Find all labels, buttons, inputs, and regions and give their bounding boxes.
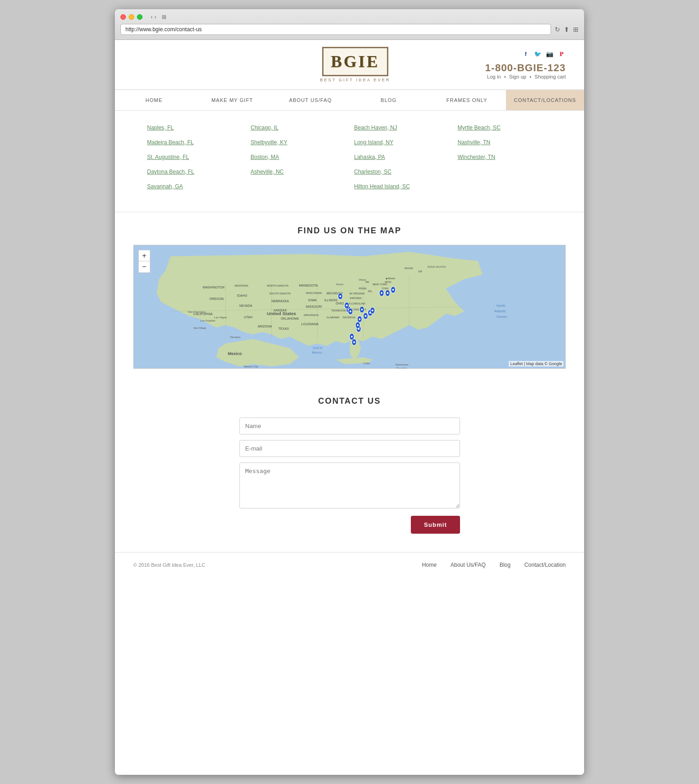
svg-text:VIRGINIA: VIRGINIA (350, 297, 362, 299)
map-title: FIND US ON THE MAP (133, 226, 566, 236)
submit-button[interactable]: Submit (411, 516, 460, 534)
svg-text:United States: United States (267, 311, 296, 316)
location-boston[interactable]: Boston, MA (250, 154, 345, 160)
svg-point-76 (364, 315, 366, 317)
location-madeira[interactable]: Madeira Beach, FL (147, 139, 241, 146)
svg-text:Mexico: Mexico (312, 351, 322, 354)
svg-text:TEXAS: TEXAS (278, 327, 289, 330)
svg-text:ARIZONA: ARIZONA (258, 325, 272, 328)
svg-text:Toronto: Toronto (336, 283, 344, 286)
form-container: Submit (239, 417, 460, 534)
svg-text:MD: MD (365, 281, 369, 283)
instagram-icon[interactable]: 📷 (546, 50, 554, 58)
svg-point-78 (371, 310, 373, 311)
svg-text:IDAHO: IDAHO (237, 294, 248, 297)
zoom-in-button[interactable]: + (139, 250, 150, 261)
message-input[interactable] (239, 463, 460, 508)
location-longisland[interactable]: Long Island, NY (354, 139, 449, 146)
nav-frames[interactable]: FRAMES ONLY (428, 90, 506, 110)
location-naples[interactable]: Naples, FL (147, 124, 241, 131)
location-charleston[interactable]: Charleston, SC (354, 169, 449, 175)
nav-contact[interactable]: CONTACT/LOCATIONS (506, 90, 584, 110)
svg-text:NEVADA: NEVADA (239, 304, 253, 307)
svg-point-66 (340, 295, 341, 297)
facebook-icon[interactable]: f (522, 50, 530, 58)
svg-text:SOUTH DAKOTA: SOUTH DAKOTA (269, 292, 291, 295)
location-shelbyville[interactable]: Shelbyville, KY (250, 139, 345, 146)
footer-links: Home About Us/FAQ Blog Contact/Location (422, 562, 566, 568)
location-savannah[interactable]: Savannah, GA (147, 183, 241, 190)
location-chicago[interactable]: Chicago, IL (250, 124, 345, 131)
close-button[interactable] (120, 14, 126, 20)
email-input[interactable] (239, 440, 460, 457)
svg-text:Houston: Houston (230, 336, 240, 338)
location-lahaska[interactable]: Lahaska, PA (354, 154, 449, 160)
tab-icon[interactable]: ⊞ (162, 14, 166, 20)
location-staugustine[interactable]: St. Augustine, FL (147, 154, 241, 160)
footer-home[interactable]: Home (422, 562, 437, 568)
site-footer: © 2016 Best Gift Idea Ever, LLC Home Abo… (115, 552, 584, 577)
location-winchester[interactable]: Winchester, TN (458, 154, 552, 160)
logo-tagline: BEST GIFT IDEA EVER (320, 78, 390, 82)
site-nav: HOME MAKE MY GIFT ABOUT US/FAQ BLOG FRAM… (115, 90, 584, 111)
svg-text:Ocean: Ocean (496, 315, 507, 319)
svg-text:MISSOURI: MISSOURI (306, 305, 322, 308)
svg-text:TENNESSEE: TENNESSEE (331, 309, 348, 312)
address-bar[interactable]: http://www.bgie.com/contact-us (120, 24, 551, 35)
footer-contact[interactable]: Contact/Location (524, 562, 566, 568)
map-container[interactable]: WASHINGTON OREGON CALIFORNIA IDAHO NEVAD… (133, 245, 566, 369)
svg-text:San Diego: San Diego (193, 327, 207, 329)
location-myrtlebeach[interactable]: Myrtle Beach, SC (458, 124, 552, 131)
location-daytona[interactable]: Daytona Beach, FL (147, 169, 241, 175)
svg-text:NORTH DAKOTA: NORTH DAKOTA (267, 284, 289, 287)
name-input[interactable] (239, 417, 460, 434)
svg-text:NOVA SCOTIA: NOVA SCOTIA (427, 265, 446, 268)
svg-text:DEL: DEL (368, 290, 372, 293)
back-arrow[interactable]: ‹ (151, 14, 153, 20)
svg-text:IOWA: IOWA (308, 299, 317, 302)
twitter-icon[interactable]: 🐦 (534, 50, 542, 58)
phone-number: 1-800-BGIE-123 (485, 62, 566, 74)
locations-section: Naples, FL Madeira Beach, FL St. Augusti… (115, 111, 584, 212)
share-icon[interactable]: ⬆ (564, 26, 569, 33)
signup-link[interactable]: Sign up (509, 74, 526, 79)
svg-text:NEBRASKA: NEBRASKA (272, 299, 289, 303)
login-link[interactable]: Log in (487, 74, 501, 79)
location-beachhaven[interactable]: Beach Haven, NJ (354, 124, 449, 131)
svg-text:MASS: MASS (385, 281, 392, 283)
bookmark-icon[interactable]: ⊞ (573, 26, 579, 33)
zoom-out-button[interactable]: − (139, 261, 150, 272)
minimize-button[interactable] (129, 14, 134, 20)
header-links: Log in • Sign up • Shopping cart (485, 74, 566, 79)
footer-blog[interactable]: Blog (500, 562, 511, 568)
pinterest-icon[interactable]: 𝐏 (557, 50, 566, 58)
nav-about[interactable]: ABOUT US/FAQ (271, 90, 349, 110)
svg-text:PENN: PENN (358, 287, 366, 290)
svg-text:OKLAHOMA: OKLAHOMA (281, 317, 299, 320)
reload-icon[interactable]: ↻ (555, 26, 560, 33)
logo-container: BGIE BEST GIFT IDEA EVER (320, 47, 390, 82)
svg-text:MINNESOTA: MINNESOTA (299, 284, 318, 287)
nav-home[interactable]: HOME (115, 90, 193, 110)
location-hiltonhead[interactable]: Hilton Head Island, SC (354, 183, 449, 190)
nav-blog[interactable]: BLOG (350, 90, 428, 110)
svg-point-72 (381, 292, 382, 294)
location-col-4: Myrtle Beach, SC Nashville, TN Wincheste… (453, 124, 557, 198)
nav-make-gift[interactable]: MAKE MY GIFT (193, 90, 271, 110)
svg-text:▶Boston: ▶Boston (386, 277, 395, 280)
cart-link[interactable]: Shopping cart (534, 74, 566, 79)
svg-text:OREGON: OREGON (210, 297, 224, 300)
svg-point-82 (350, 310, 352, 312)
location-asheville[interactable]: Asheville, NC (250, 169, 345, 175)
svg-text:Gulf of: Gulf of (313, 346, 323, 350)
location-nashville[interactable]: Nashville, TN (458, 139, 552, 146)
svg-point-86 (361, 309, 363, 310)
maximize-button[interactable] (137, 14, 142, 20)
svg-text:Republic: Republic (396, 367, 407, 368)
svg-point-96 (351, 336, 352, 338)
footer-copyright: © 2016 Best Gift Idea Ever, LLC (133, 562, 205, 568)
svg-text:Mexico: Mexico (228, 351, 242, 356)
footer-about[interactable]: About Us/FAQ (450, 562, 486, 568)
svg-point-68 (392, 289, 394, 291)
forward-arrow[interactable]: › (154, 14, 156, 20)
